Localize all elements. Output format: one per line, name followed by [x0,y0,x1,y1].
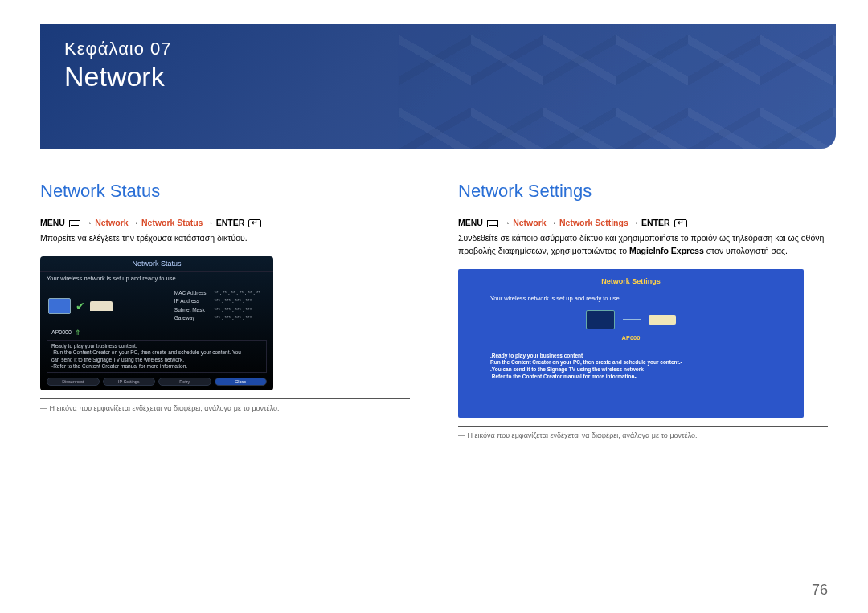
enter-icon [674,219,687,227]
status-description: Μπορείτε να ελέγξετε την τρέχουσα κατάστ… [40,232,410,245]
status-footnote: ― Η εικόνα που εμφανίζεται ενδέχεται να … [40,404,410,412]
settings-screenshot: Network Settings Your wireless network i… [458,269,828,418]
status-screenshot: Network Status Your wireless network is … [40,256,410,391]
osd-status-line: Your wireless network is set up and read… [40,272,273,285]
menu-label: MENU [458,218,483,227]
banner-decoration [399,24,837,149]
osd-title: Network Status [40,256,273,272]
router-icon [90,301,113,311]
settings-description: Συνδεθείτε σε κάποιο ασύρματο δίκτυο και… [458,232,828,258]
osd-title: Network Settings [466,277,796,285]
close-button[interactable]: Close [215,378,268,386]
ready-box: .Ready to play your business content Run… [490,353,772,381]
ap-name: AP000 [466,334,796,341]
breadcrumb-status: MENU → Network → Network Status → ENTER [40,218,410,227]
breadcrumb-item: Network Settings [559,218,628,227]
footnote-rule [40,398,410,399]
tv-icon [586,310,615,329]
tv-icon [48,298,71,314]
enter-label: ENTER [641,218,670,227]
breadcrumb-settings: MENU → Network → Network Settings → ENTE… [458,218,828,227]
breadcrumb-path: Network [95,218,128,227]
enter-icon [248,219,261,227]
retry-button[interactable]: Retry [158,378,211,386]
link-line-icon [623,319,641,320]
network-info-table: MAC Address** : ** : ** : ** : ** : ** I… [170,288,265,324]
menu-label: MENU [40,218,65,227]
chapter-banner: Κεφάλαιο 07 Network [40,24,836,149]
disconnect-button[interactable]: Disconnect [47,378,100,386]
check-icon: ✔ [76,300,85,313]
ready-box: Ready to play your business content. -Ru… [47,340,267,374]
ip-settings-button[interactable]: IP Settings [103,378,156,386]
network-status-section: Network Status MENU → Network → Network … [40,181,410,439]
router-icon [649,315,676,325]
breadcrumb-item: Network Status [141,218,203,227]
footnote-rule [458,426,828,427]
menu-icon [69,220,80,227]
ap-name: AP0000 [51,329,72,335]
enter-label: ENTER [216,218,245,227]
wifi-icon: ⇑ [75,329,81,337]
settings-footnote: ― Η εικόνα που εμφανίζεται ενδέχεται να … [458,431,828,439]
osd-status-line: Your wireless network is set up and read… [490,295,796,302]
page-number: 76 [812,582,828,599]
breadcrumb-path: Network [513,218,546,227]
menu-icon [487,220,498,227]
network-settings-section: Network Settings MENU → Network → Networ… [458,181,828,439]
section-heading-status: Network Status [40,181,410,202]
section-heading-settings: Network Settings [458,181,828,202]
